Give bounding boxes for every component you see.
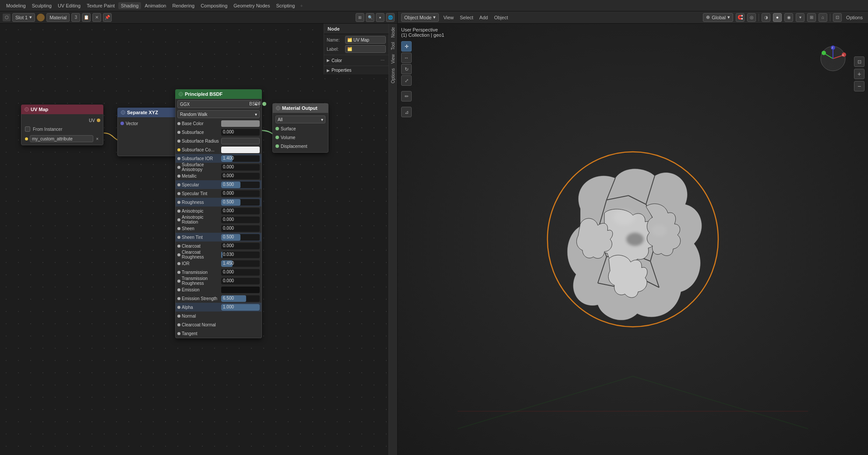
- distribution-dropdown[interactable]: GGX ▾: [177, 100, 260, 108]
- properties-section-toggle[interactable]: ▶ Properties: [327, 68, 386, 73]
- bsdf-subsurface-ior-row[interactable]: Subsurface IOR 1.400: [176, 154, 261, 163]
- viewport-grid-axes: [411, 376, 855, 429]
- viewport-zoom-fit-btn[interactable]: ⊡: [854, 56, 864, 67]
- viewport-select-menu[interactable]: Select: [458, 14, 475, 21]
- svg-text:Z: Z: [832, 46, 833, 49]
- custom-attr-remove-btn[interactable]: ×: [95, 136, 99, 141]
- menu-modeling[interactable]: Modeling: [4, 2, 28, 9]
- bsdf-emission-row[interactable]: Emission: [176, 285, 261, 294]
- annotate-tool-btn[interactable]: ✏: [401, 91, 412, 102]
- bsdf-subsurface-anisotropy-row[interactable]: Subsurface Anisotropy 0.000: [176, 163, 261, 172]
- navigation-gizmo[interactable]: X Z: [819, 45, 847, 73]
- n-panel-toggle[interactable]: Node Tool View Options: [388, 24, 397, 455]
- scale-tool-btn[interactable]: ⤢: [401, 75, 412, 86]
- material-new-btn[interactable]: 📋: [82, 13, 91, 22]
- bsdf-metallic-row[interactable]: Metallic 0.000: [176, 172, 261, 180]
- bsdf-alpha-row[interactable]: Alpha 1.000: [176, 303, 261, 312]
- bsdf-subsurface-row[interactable]: Subsurface 0.000: [176, 128, 261, 136]
- bsdf-base-color-row[interactable]: Base Color: [176, 119, 261, 128]
- node-material-output[interactable]: Material Output All ▾: [272, 103, 328, 153]
- node-editor-toolbar: ⬡ Slot 1 ▾ Material 3 📋 ✕ 📌: [0, 11, 397, 24]
- bsdf-emission-strength-row[interactable]: Emission Strength 6.500: [176, 294, 261, 303]
- menu-compositing[interactable]: Compositing: [198, 2, 230, 9]
- displacement-input-label: Displacement: [281, 144, 307, 149]
- node-name-field[interactable]: 🗂️ UV Map: [345, 36, 386, 44]
- material-delete-btn[interactable]: ✕: [92, 13, 101, 22]
- pin-btn[interactable]: 📌: [103, 13, 112, 22]
- menu-geometry-nodes[interactable]: Geometry Nodes: [231, 2, 272, 9]
- object-mode-dropdown[interactable]: Object Mode ▾: [401, 13, 439, 22]
- bsdf-clearcoat-row[interactable]: Clearcoat 0.000: [176, 242, 261, 250]
- cursor-tool-btn[interactable]: ✛: [401, 41, 412, 52]
- bsdf-tangent-row[interactable]: Tangent: [176, 329, 261, 338]
- menu-shading[interactable]: Shading: [118, 2, 141, 9]
- bsdf-anisotropic-row[interactable]: Anisotropic 0.000: [176, 206, 261, 215]
- bsdf-output-socket: [262, 102, 266, 106]
- viewport-object-menu[interactable]: Object: [492, 14, 510, 21]
- bsdf-sheen-tint-row[interactable]: Sheen Tint 0.500: [176, 233, 261, 242]
- node-principled-bsdf[interactable]: Principled BSDF BSDF GGX ▾: [175, 89, 262, 338]
- bsdf-output-label: BSDF: [249, 102, 261, 106]
- output-target-dropdown[interactable]: All ▾: [275, 116, 325, 123]
- material-users-btn[interactable]: 3: [71, 13, 80, 22]
- material-name-field[interactable]: Material: [46, 13, 70, 22]
- shading-btn[interactable]: 🌐: [386, 13, 395, 22]
- material-slot-dropdown[interactable]: Slot 1 ▾: [12, 13, 35, 22]
- node-label-field[interactable]: 🗂️: [345, 45, 386, 53]
- bsdf-roughness-row[interactable]: Roughness 0.500: [176, 198, 261, 206]
- node-uv-map[interactable]: UV Map UV From Instancer: [21, 105, 103, 145]
- bsdf-subsurface-radius-row[interactable]: Subsurface Radius: [176, 136, 261, 145]
- bsdf-subsurface-color-row[interactable]: Subsurface Co...: [176, 145, 261, 154]
- color-section-toggle[interactable]: ▶ Color ⋯: [327, 57, 386, 64]
- viewport-zoom-in-btn[interactable]: +: [854, 69, 864, 79]
- svg-text:X: X: [842, 54, 844, 56]
- viewport-canvas[interactable]: User Perspective (1) Collection | geo1: [398, 24, 868, 455]
- bsdf-transmission-row[interactable]: Transmission 0.000: [176, 268, 261, 276]
- svg-point-20: [651, 224, 667, 237]
- bsdf-sheen-row[interactable]: Sheen 0.000: [176, 224, 261, 233]
- menu-uv-editing[interactable]: UV Editing: [55, 2, 83, 9]
- menu-animation[interactable]: Animation: [142, 2, 169, 9]
- proportional-editing-btn[interactable]: ◎: [747, 13, 756, 22]
- move-tool-btn[interactable]: ↔: [401, 52, 412, 63]
- viewport-gizmos-btn[interactable]: ⌂: [819, 13, 827, 22]
- viewport-shading-rendered[interactable]: ◉: [784, 13, 793, 22]
- measure-tool-btn[interactable]: ⊿: [401, 107, 412, 117]
- viewport-shading-material[interactable]: ●: [773, 13, 782, 22]
- uv-output-label: UV: [89, 118, 95, 123]
- bsdf-anisotropic-rotation-row[interactable]: Anisotropic Rotation 0.000: [176, 215, 261, 224]
- menu-sculpting[interactable]: Sculpting: [29, 2, 54, 9]
- custom-attr-dot: [25, 137, 28, 140]
- bsdf-clearcoat-roughness-row[interactable]: Clearcoat Roughness 0.030: [176, 250, 261, 259]
- bsdf-normal-row[interactable]: Normal: [176, 312, 261, 320]
- zoom-controls[interactable]: 🔍: [366, 13, 374, 22]
- bsdf-ior-row[interactable]: IOR 1.450: [176, 259, 261, 268]
- viewport-shading-solid[interactable]: ◑: [762, 13, 770, 22]
- rotate-tool-btn[interactable]: ↻: [401, 64, 412, 74]
- menu-texture-paint[interactable]: Texture Paint: [84, 2, 117, 9]
- viewport-zoom-out-btn[interactable]: −: [854, 81, 864, 91]
- bsdf-clearcoat-normal-row[interactable]: Clearcoat Normal: [176, 320, 261, 329]
- bsdf-specular-tint-row[interactable]: Specular Tint 0.000: [176, 189, 261, 198]
- render-preview-btn[interactable]: ●: [376, 13, 385, 22]
- viewport-shading-options[interactable]: ▾: [796, 13, 804, 22]
- bsdf-specular-row[interactable]: Specular 0.500: [176, 180, 261, 189]
- node-principled-bsdf-title: Principled BSDF: [185, 91, 222, 97]
- viewport-view-menu[interactable]: View: [441, 14, 455, 21]
- view-controls[interactable]: ⊞: [356, 13, 364, 22]
- transform-global-dropdown[interactable]: ⊕ Global ▾: [703, 13, 733, 22]
- subsurface-method-dropdown[interactable]: Random Walk ▾: [177, 110, 260, 118]
- snap-btn[interactable]: 🧲: [736, 13, 745, 22]
- viewport-editor-type-btn[interactable]: ⊡: [833, 13, 842, 22]
- viewport-overlays-btn[interactable]: ⊞: [807, 13, 816, 22]
- node-editor: ⬡ Slot 1 ▾ Material 3 📋 ✕ 📌: [0, 11, 398, 455]
- bsdf-transmission-roughness-row[interactable]: Transmission Roughness 0.000: [176, 276, 261, 285]
- from-instancer-checkbox[interactable]: [25, 126, 30, 132]
- menu-rendering[interactable]: Rendering: [169, 2, 197, 9]
- node-editor-canvas[interactable]: UV Map UV From Instancer: [0, 24, 397, 455]
- volume-input-socket: [275, 136, 279, 139]
- custom-attr-field[interactable]: my_custom_attribute: [30, 135, 93, 142]
- menu-scripting[interactable]: Scripting: [273, 2, 297, 9]
- viewport-add-menu[interactable]: Add: [478, 14, 490, 21]
- viewport-options-btn[interactable]: Options: [844, 14, 864, 21]
